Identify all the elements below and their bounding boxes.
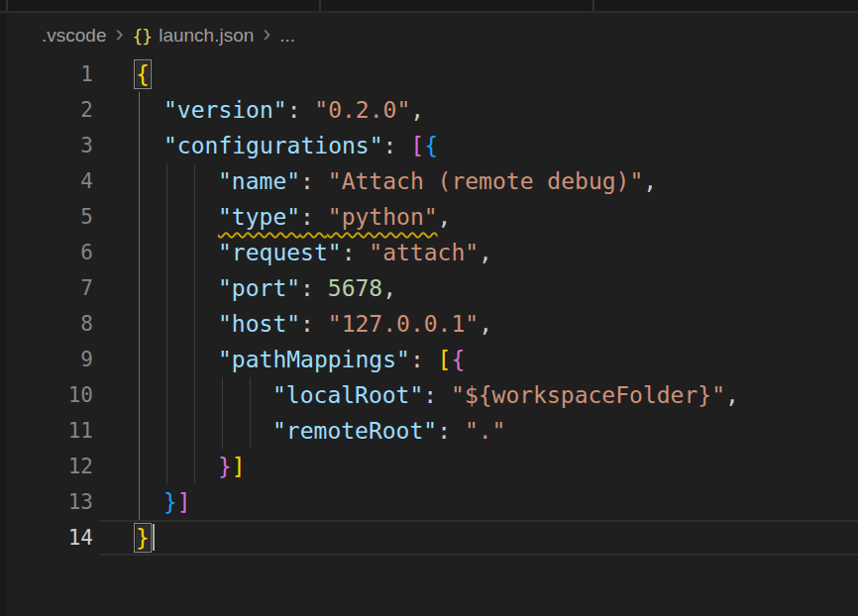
code-line: 6 "request": "attach",: [0, 235, 858, 270]
line-number[interactable]: 3: [0, 128, 93, 163]
token: :: [300, 311, 328, 337]
token: {: [451, 347, 465, 372]
breadcrumb: .vscode › {} launch.json › ...: [0, 15, 858, 56]
token: :: [300, 168, 328, 194]
token: ,: [438, 204, 452, 230]
line-number[interactable]: 1: [0, 56, 93, 92]
code-line-content[interactable]: }]: [136, 449, 858, 484]
token: ,: [382, 275, 396, 301]
code-line current-line: 14 }: [0, 520, 858, 556]
token: :: [287, 97, 315, 123]
code-line: 8 "host": "127.0.0.1",: [0, 306, 858, 342]
token: :: [342, 240, 370, 265]
json-file-icon: {}: [132, 26, 152, 47]
token: :: [437, 418, 465, 444]
code-line: 9 "pathMappings": [{: [0, 342, 858, 377]
token: "version": [163, 97, 287, 123]
breadcrumb-symbol[interactable]: ...: [279, 25, 295, 47]
token: :: [423, 382, 451, 408]
token: }: [163, 489, 177, 515]
breadcrumb-file[interactable]: launch.json: [159, 25, 254, 47]
token: [: [410, 133, 424, 158]
breadcrumb-folder[interactable]: .vscode: [42, 25, 106, 47]
code-line: 7 "port": 5678,: [0, 270, 858, 306]
token: ]: [177, 489, 191, 515]
code-line-content[interactable]: }]: [136, 484, 858, 520]
token: 5678: [328, 275, 382, 301]
token: "Attach (remote debug)": [328, 168, 644, 194]
token: ,: [479, 311, 492, 337]
tab-divider: [319, 0, 321, 11]
token: "0.2.0": [314, 97, 410, 123]
tab-divider: [6, 0, 8, 11]
line-number[interactable]: 12: [0, 449, 93, 484]
code-line-content[interactable]: "name": "Attach (remote debug)",: [136, 163, 858, 199]
line-number[interactable]: 2: [0, 92, 93, 128]
token: ,: [643, 168, 657, 194]
code-line: 1 {: [0, 56, 858, 92]
line-number[interactable]: 14: [0, 520, 93, 556]
line-number[interactable]: 7: [0, 270, 93, 306]
code-line-content[interactable]: {: [136, 56, 858, 92]
token: {: [424, 133, 438, 158]
code-line: 12 }]: [0, 449, 858, 484]
token: ".": [465, 418, 506, 444]
token: :: [410, 347, 438, 372]
token: :: [300, 204, 328, 230]
line-number[interactable]: 10: [0, 377, 93, 413]
chevron-right-icon: ›: [254, 22, 279, 50]
code-line: 5 "type": "python",: [0, 199, 858, 235]
token: [: [438, 347, 452, 372]
code-line-content[interactable]: "host": "127.0.0.1",: [136, 306, 858, 342]
token: }: [136, 525, 150, 551]
token: "localRoot": [272, 382, 423, 408]
token: "remoteRoot": [272, 418, 437, 444]
code-line: 4 "name": "Attach (remote debug)",: [0, 163, 858, 199]
code-line-content[interactable]: "localRoot": "${workspaceFolder}",: [136, 377, 858, 413]
code-line: 13 }]: [0, 484, 858, 520]
code-line-content[interactable]: "pathMappings": [{: [136, 342, 858, 377]
code-line: 10 "localRoot": "${workspaceFolder}",: [0, 377, 858, 413]
token: :: [300, 275, 328, 301]
code-line-content[interactable]: }: [136, 520, 858, 556]
tab-bar-edge: [0, 0, 858, 13]
token: {: [136, 61, 150, 87]
text-cursor: [153, 524, 155, 551]
token: "port": [218, 275, 300, 301]
token: :: [383, 133, 411, 158]
token: }: [218, 454, 232, 479]
token: "python": [328, 204, 438, 230]
code-line-content[interactable]: "request": "attach",: [136, 235, 858, 270]
code-line-content[interactable]: "version": "0.2.0",: [136, 92, 858, 128]
token: "pathMappings": [218, 347, 410, 372]
token: "type": [218, 204, 300, 230]
token: "host": [218, 311, 300, 337]
token: ,: [725, 382, 739, 408]
line-number[interactable]: 6: [0, 235, 93, 270]
line-number[interactable]: 5: [0, 199, 93, 235]
token: "attach": [369, 240, 479, 265]
code-line-content[interactable]: "remoteRoot": ".": [136, 413, 858, 449]
line-number[interactable]: 4: [0, 163, 93, 199]
warning-squiggle: "type": "python": [218, 204, 438, 230]
token: "name": [218, 168, 300, 194]
code-line: 3 "configurations": [{: [0, 128, 858, 163]
token: "request": [218, 240, 342, 265]
token: "configurations": [163, 133, 383, 158]
tab-divider: [592, 0, 594, 11]
code-line: 2 "version": "0.2.0",: [0, 92, 858, 128]
code-line-content[interactable]: "port": 5678,: [136, 270, 858, 306]
editor: 1 { 2 "version": "0.2.0", 3 "configurati…: [0, 56, 858, 556]
token: "${workspaceFolder}": [451, 382, 725, 408]
line-number[interactable]: 8: [0, 306, 93, 342]
code-line: 11 "remoteRoot": ".": [0, 413, 858, 449]
code-line-content[interactable]: "configurations": [{: [136, 128, 858, 163]
token: ,: [410, 97, 424, 123]
line-number[interactable]: 11: [0, 413, 93, 449]
line-number[interactable]: 9: [0, 342, 93, 377]
token: ,: [479, 240, 492, 265]
token: "127.0.0.1": [328, 311, 479, 337]
line-number[interactable]: 13: [0, 484, 93, 520]
chevron-right-icon: ›: [106, 22, 132, 50]
code-line-content[interactable]: "type": "python",: [136, 199, 858, 235]
